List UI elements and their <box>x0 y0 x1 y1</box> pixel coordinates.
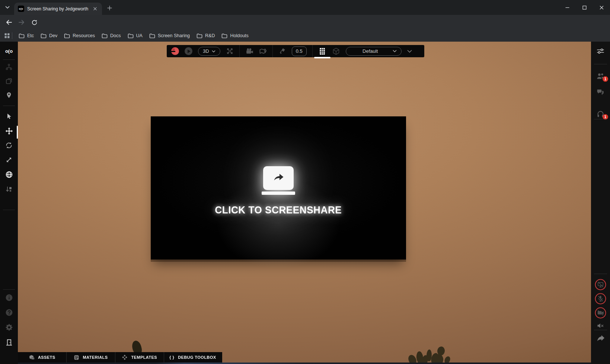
share-forward-button[interactable] <box>591 335 610 342</box>
folder-icon <box>221 33 227 39</box>
speaker-muted-icon[interactable] <box>591 322 610 330</box>
folder-icon <box>197 33 202 39</box>
chevron-down-icon <box>393 50 397 52</box>
screenshare-laptop-icon <box>262 166 295 195</box>
sort-order-icon[interactable] <box>0 186 18 193</box>
exit-door-button[interactable] <box>0 338 18 346</box>
folder-icon <box>128 33 134 39</box>
grid-view-tool[interactable] <box>318 47 326 55</box>
bookmark-label: Screen Sharing <box>158 33 190 38</box>
preset-value: Default <box>351 48 390 54</box>
close-window-button[interactable] <box>593 0 610 15</box>
bottom-panel-tabs: ASSETS MATERIALS TEMPLATES { } DEBUG TOO… <box>18 352 222 363</box>
microphone-off-button[interactable] <box>591 293 610 305</box>
screenshare-screen[interactable]: CLICK TO SCREENSHARE <box>151 116 406 260</box>
expand-arrows-icon[interactable] <box>226 47 234 55</box>
bookmark-folder-screen-sharing[interactable]: Screen Sharing <box>146 32 193 40</box>
bookmark-folder-holdouts[interactable]: Holdouts <box>218 32 252 40</box>
tab-label: DEBUG TOOLBOX <box>178 355 216 360</box>
materials-checker-icon <box>74 355 79 360</box>
assets-crate-icon <box>29 354 34 360</box>
tab-title: Screen Sharing by Jedgeworth <box>27 6 92 12</box>
bookmark-folder-etc[interactable]: Etc <box>15 32 37 40</box>
globe-world-tool[interactable] <box>0 171 18 178</box>
chat-button[interactable] <box>591 88 610 96</box>
camera-off-button[interactable] <box>591 307 610 319</box>
tab-materials[interactable]: MATERIALS <box>67 352 115 363</box>
rail-divider <box>594 119 607 119</box>
tab-debug-toolbox[interactable]: { } DEBUG TOOLBOX <box>164 352 222 363</box>
bookmark-folder-resources[interactable]: Resources <box>61 32 98 40</box>
reload-button[interactable] <box>30 18 38 26</box>
tab-templates[interactable]: TEMPLATES <box>115 352 164 363</box>
bookmark-label: Dev <box>49 33 57 38</box>
toolbar-divider <box>312 45 313 57</box>
scene-hierarchy-icon[interactable] <box>0 63 18 71</box>
editor-viewport[interactable]: 3D 0.5 <box>18 42 591 363</box>
location-pin-icon[interactable] <box>0 91 18 99</box>
active-tool-underline <box>314 57 330 58</box>
multiplier-field[interactable]: 0.5 <box>292 46 307 56</box>
bookmark-folder-rd[interactable]: R&D <box>193 32 218 40</box>
tab-label: ASSETS <box>38 355 55 360</box>
browser-window: o(o Screen Sharing by Jedgeworth <box>0 0 610 364</box>
participants-button[interactable]: 1 <box>591 72 610 80</box>
info-button[interactable] <box>0 294 18 302</box>
bookmark-label: Docs <box>110 33 121 38</box>
folder-icon <box>64 33 70 39</box>
oko-favicon: o(o <box>18 6 24 12</box>
browser-tab[interactable]: o(o Screen Sharing by Jedgeworth <box>14 3 102 15</box>
tab-label: TEMPLATES <box>131 355 157 360</box>
tab-assets[interactable]: ASSETS <box>18 352 66 363</box>
bookmark-label: R&D <box>205 33 215 38</box>
rail-divider <box>594 330 607 330</box>
bookmark-label: UA <box>136 33 143 38</box>
minimize-button[interactable] <box>559 0 576 15</box>
pages-layers-icon[interactable] <box>0 77 18 85</box>
oko-favicon-text: o(o <box>19 7 23 10</box>
toolbar-overflow-chevron-icon[interactable] <box>407 50 412 53</box>
help-button[interactable] <box>0 309 18 316</box>
scale-tool[interactable] <box>0 156 18 164</box>
dimension-mode-dropdown[interactable]: 3D <box>198 47 220 56</box>
move-tool[interactable] <box>0 127 18 135</box>
screenshare-cta-label: CLICK TO SCREENSHARE <box>215 204 342 216</box>
maximize-button[interactable] <box>576 0 593 15</box>
folder-icon <box>149 33 155 39</box>
settings-gear-button[interactable] <box>0 323 18 331</box>
rail-divider <box>3 59 15 60</box>
oko-logo: o(o <box>0 48 18 54</box>
rail-divider <box>594 64 607 64</box>
taskbar-sliver <box>18 363 591 364</box>
rail-divider <box>3 106 15 106</box>
apps-grid-icon[interactable] <box>4 33 10 38</box>
bookmark-folder-docs[interactable]: Docs <box>98 32 124 40</box>
new-tab-button[interactable] <box>106 4 113 12</box>
map-pin-icon[interactable] <box>259 48 267 55</box>
preset-dropdown[interactable]: Default <box>346 47 402 56</box>
cactus-silhouette <box>406 345 454 363</box>
bookmark-folder-ua[interactable]: UA <box>124 32 146 40</box>
folder-icon <box>19 33 25 39</box>
cube-icon[interactable] <box>332 47 340 55</box>
braces-icon: { } <box>169 355 174 360</box>
tab-search-button[interactable] <box>3 3 12 12</box>
voice-button[interactable]: 1 <box>591 110 610 118</box>
screenshare-off-button[interactable] <box>591 278 610 291</box>
kite-icon[interactable] <box>278 47 286 55</box>
properties-sliders-icon[interactable] <box>591 48 610 55</box>
bookmark-folder-dev[interactable]: Dev <box>37 32 61 40</box>
bookmarks-separator <box>12 32 12 39</box>
app-logo-red-icon[interactable] <box>171 47 179 55</box>
tab-close-icon[interactable] <box>92 6 98 12</box>
back-button[interactable] <box>5 18 13 26</box>
forward-button[interactable] <box>17 18 26 26</box>
select-cursor-tool[interactable] <box>0 113 18 120</box>
play-button[interactable] <box>185 47 192 55</box>
share-arrow-icon <box>272 173 285 184</box>
toolbar-divider <box>272 45 273 57</box>
folder-icon <box>102 33 108 39</box>
rotate-tool[interactable] <box>0 142 18 149</box>
video-camera-icon[interactable] <box>245 47 253 55</box>
bookmark-label: Etc <box>27 33 34 38</box>
